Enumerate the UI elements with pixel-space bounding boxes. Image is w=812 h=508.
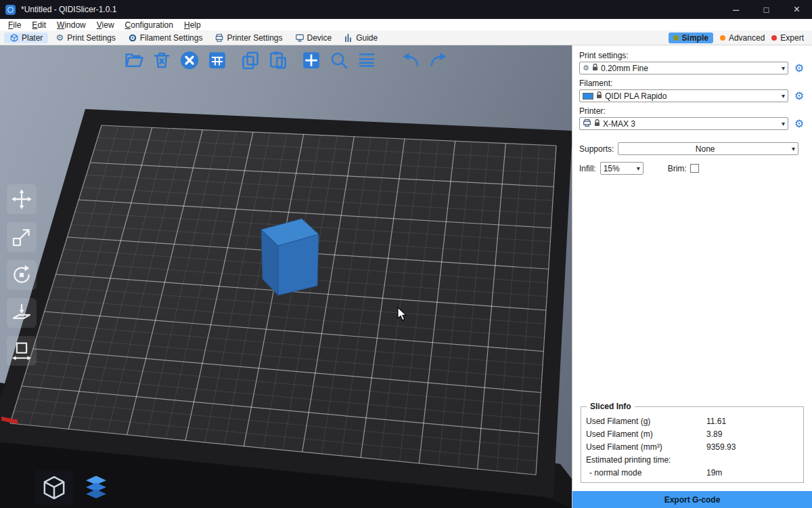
normal-mode-label: - normal mode	[586, 468, 706, 478]
tab-device[interactable]: Device	[290, 33, 338, 43]
tab-bar: Plater ⚙ Print Settings Filament Setting…	[0, 30, 812, 45]
undo-button[interactable]	[400, 49, 422, 71]
supports-label: Supports:	[579, 144, 614, 154]
mode-expert[interactable]: Expert	[771, 33, 804, 43]
menu-help[interactable]: Help	[179, 20, 206, 30]
tab-print-settings[interactable]: ⚙ Print Settings	[49, 33, 120, 43]
tab-filament-settings-label: Filament Settings	[140, 33, 203, 43]
infill-select[interactable]: 15% ▾	[600, 162, 644, 175]
supports-select[interactable]: None ▾	[618, 142, 798, 155]
redo-button[interactable]	[428, 49, 449, 71]
tab-plater-label: Plater	[22, 33, 43, 43]
settings-panel: Print settings: ⚙ 0.20mm Fine ▾ ⚙ Filame…	[572, 45, 812, 508]
delete-all-button[interactable]	[179, 49, 200, 71]
delete-button[interactable]	[151, 49, 173, 71]
chevron-down-icon: ▾	[782, 120, 785, 127]
print-settings-icon: ⚙	[55, 33, 64, 43]
chevron-down-icon: ▾	[782, 64, 785, 72]
supports-value: None	[621, 144, 789, 154]
mode-simple[interactable]: Simple	[669, 33, 713, 43]
chevron-down-icon: ▾	[637, 165, 640, 172]
plater-icon	[9, 33, 19, 43]
tab-device-label: Device	[307, 33, 332, 43]
printer-icon	[215, 33, 224, 43]
device-icon	[295, 33, 304, 43]
window-title: *Untitled - QIDISlicer-1.0.1	[21, 5, 116, 14]
menu-bar: File Edit Window View Configuration Help	[0, 19, 812, 30]
mode-simple-label: Simple	[682, 33, 708, 43]
export-gcode-button[interactable]: Export G-code	[572, 491, 812, 508]
maximize-button[interactable]: □	[751, 0, 782, 19]
sliced-row: Used Filament (mm³) 9359.93	[586, 440, 798, 453]
paste-button[interactable]	[267, 49, 289, 71]
title-bar: *Untitled - QIDISlicer-1.0.1 ─ □ ×	[0, 0, 812, 19]
printer-value: X-MAX 3	[603, 119, 779, 129]
tab-filament-settings[interactable]: Filament Settings	[122, 33, 208, 43]
chevron-down-icon: ▾	[782, 92, 785, 100]
filament-select[interactable]: QIDI PLA Rapido ▾	[579, 89, 788, 102]
tab-plater[interactable]: Plater	[4, 33, 48, 43]
close-button[interactable]: ×	[782, 0, 812, 19]
sliced-row: - normal mode 19m	[586, 466, 798, 479]
simple-dot-icon	[673, 35, 679, 41]
used-filament-m-value: 3.89	[706, 429, 722, 439]
app-logo-icon	[5, 5, 16, 15]
3d-viewport[interactable]	[0, 45, 572, 508]
printer-gear-button[interactable]: ⚙	[793, 119, 805, 129]
scale-tool[interactable]	[7, 222, 37, 252]
preset-gear-icon: ⚙	[583, 64, 589, 72]
used-filament-mm3-value: 9359.93	[706, 442, 736, 452]
menu-file[interactable]: File	[3, 20, 26, 30]
print-settings-gear-button[interactable]: ⚙	[793, 63, 805, 74]
filament-gear-button[interactable]: ⚙	[793, 91, 805, 102]
mode-advanced[interactable]: Advanced	[720, 33, 765, 43]
minimize-button[interactable]: ─	[721, 0, 751, 19]
printer-label: Printer:	[579, 106, 805, 116]
brim-label: Brim:	[668, 164, 687, 173]
mode-expert-label: Expert	[780, 33, 804, 43]
chevron-down-icon: ▾	[792, 145, 795, 152]
menu-view[interactable]: View	[91, 20, 120, 30]
variable-layer-height-button[interactable]	[356, 49, 378, 71]
printer-select[interactable]: X-MAX 3 ▾	[579, 117, 788, 130]
view-toggles	[35, 470, 115, 505]
tab-printer-settings-label: Printer Settings	[227, 33, 282, 43]
printer-small-icon	[583, 119, 591, 129]
measure-tool[interactable]	[7, 336, 37, 366]
print-settings-select[interactable]: ⚙ 0.20mm Fine ▾	[579, 62, 788, 75]
filament-color-swatch	[583, 93, 593, 100]
infill-label: Infill:	[579, 164, 596, 173]
menu-edit[interactable]: Edit	[26, 20, 51, 30]
used-filament-g-label: Used Filament (g)	[586, 417, 706, 426]
tab-guide[interactable]: Guide	[338, 33, 383, 43]
sliced-info-box: Sliced Info Used Filament (g) 11.61 Used…	[581, 406, 804, 483]
sliced-info-title: Sliced Info	[587, 402, 635, 411]
print-settings-value: 0.20mm Fine	[601, 64, 779, 73]
used-filament-m-label: Used Filament (m)	[586, 429, 706, 439]
menu-configuration[interactable]: Configuration	[120, 20, 179, 30]
open-file-button[interactable]	[123, 49, 145, 71]
editor-view-toggle[interactable]	[35, 470, 73, 505]
viewport-toolbar	[123, 49, 449, 71]
arrange-button[interactable]	[206, 49, 228, 71]
menu-window[interactable]: Window	[51, 20, 91, 30]
search-button[interactable]	[328, 49, 350, 71]
move-tool[interactable]	[7, 184, 37, 214]
tab-printer-settings[interactable]: Printer Settings	[209, 33, 288, 43]
rotate-tool[interactable]	[7, 260, 37, 290]
place-on-face-tool[interactable]	[7, 298, 37, 328]
filament-icon	[128, 33, 137, 43]
preview-view-toggle[interactable]	[77, 470, 115, 505]
used-filament-g-value: 11.61	[706, 417, 726, 426]
lock-icon	[594, 119, 600, 129]
copy-button[interactable]	[240, 49, 261, 71]
mode-switcher: Simple Advanced Expert	[669, 33, 808, 43]
filament-label: Filament:	[579, 79, 805, 88]
mouse-cursor	[397, 307, 408, 322]
lock-icon	[596, 91, 602, 101]
build-plate[interactable]	[0, 45, 572, 508]
advanced-dot-icon	[720, 35, 725, 41]
split-button[interactable]	[300, 49, 322, 71]
brim-checkbox[interactable]	[690, 164, 699, 173]
lock-icon	[592, 64, 598, 73]
